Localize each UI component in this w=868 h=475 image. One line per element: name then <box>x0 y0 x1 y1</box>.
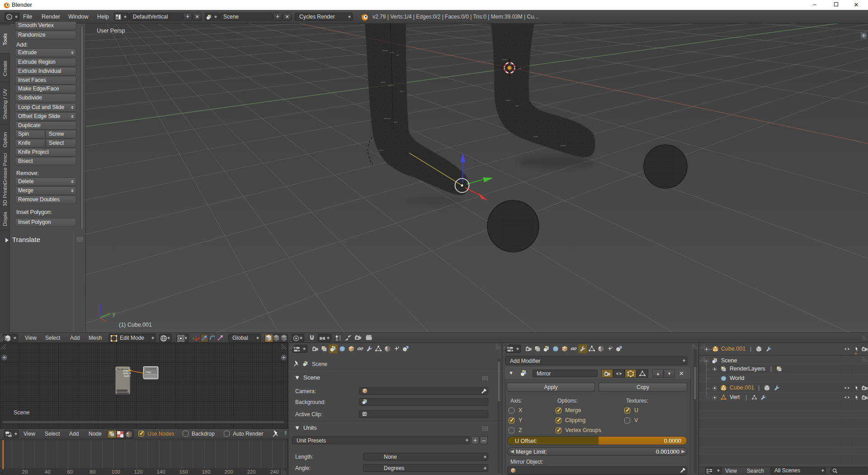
svg-text:180: 180 <box>202 469 210 475</box>
svg-text:60: 60 <box>67 469 73 475</box>
svg-text:Composite: Composite <box>146 367 156 370</box>
svg-text:120: 120 <box>134 469 142 475</box>
svg-text:20: 20 <box>22 469 28 475</box>
svg-text:200: 200 <box>224 469 233 475</box>
svg-text:80: 80 <box>90 469 96 475</box>
svg-text:100: 100 <box>111 469 120 475</box>
svg-text:User Persp: User Persp <box>97 28 125 34</box>
svg-text:220: 220 <box>247 469 255 475</box>
svg-text:160: 160 <box>179 469 188 475</box>
svg-text:240: 240 <box>270 469 278 475</box>
svg-text:Depth: Depth <box>124 375 130 377</box>
svg-text:i: i <box>9 15 9 19</box>
svg-text:+: + <box>359 334 360 337</box>
svg-text:Alpha: Alpha <box>123 372 128 375</box>
svg-text:Image: Image <box>146 371 151 373</box>
svg-text:y: y <box>113 311 115 317</box>
svg-text:140: 140 <box>156 469 165 475</box>
svg-text:Scene: Scene <box>14 409 29 416</box>
svg-text:(1) Cube.001: (1) Cube.001 <box>119 322 152 328</box>
svg-text:40: 40 <box>45 469 51 475</box>
svg-text:Image: Image <box>123 370 129 372</box>
